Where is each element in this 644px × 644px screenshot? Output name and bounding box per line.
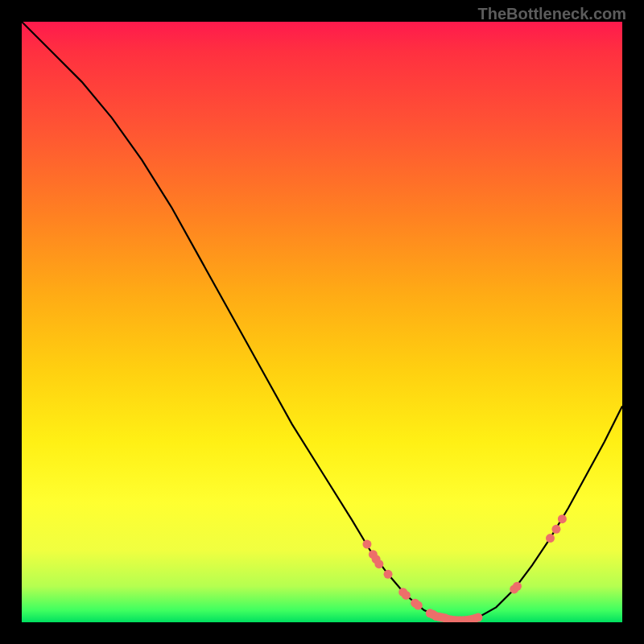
attribution-text: TheBottleneck.com xyxy=(478,5,626,23)
curve-svg xyxy=(22,22,622,622)
curve-marker xyxy=(374,559,383,568)
curve-marker xyxy=(513,582,522,591)
curve-markers xyxy=(362,514,566,622)
curve-marker xyxy=(473,613,482,622)
curve-marker xyxy=(546,534,555,543)
curve-marker xyxy=(402,591,411,600)
curve-marker xyxy=(558,514,567,523)
plot-area xyxy=(22,22,622,622)
curve-marker xyxy=(362,540,371,549)
curve-marker xyxy=(551,525,560,534)
curve-marker xyxy=(414,601,423,610)
curve-marker xyxy=(384,570,393,579)
bottleneck-curve xyxy=(22,22,622,621)
chart-container: TheBottleneck.com xyxy=(0,0,644,644)
